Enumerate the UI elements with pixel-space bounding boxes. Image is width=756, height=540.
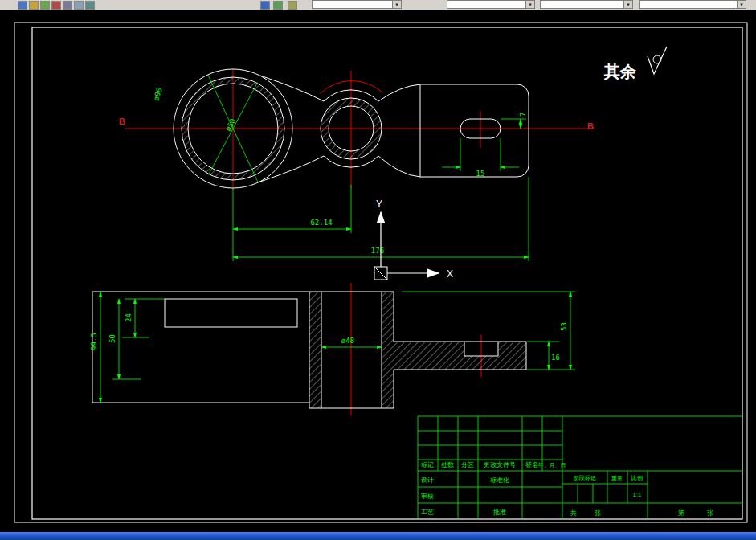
toolbar-linetype-combobox[interactable]: ▾ bbox=[540, 0, 633, 9]
dim-overall-length: 176 bbox=[371, 247, 384, 255]
toolbar-icon-pan[interactable] bbox=[85, 1, 95, 10]
dim-slot-length: 15 bbox=[476, 170, 485, 178]
toolbar-color-combobox[interactable]: ▾ bbox=[447, 0, 535, 9]
dim-boss-diameter: ø96 bbox=[152, 87, 163, 101]
dim-flange-thickness: 16 bbox=[551, 354, 560, 362]
titleblock-rev-sign: 签名 bbox=[525, 461, 538, 468]
titleblock-weight: 重量 bbox=[611, 475, 623, 481]
section-outline bbox=[92, 292, 526, 408]
surface-roughness-note: 其余 bbox=[603, 47, 667, 80]
titleblock-sheet-total-suffix: 张 bbox=[595, 509, 601, 517]
titleblock-approve: 批准 bbox=[493, 509, 506, 516]
dim-right-height: 53 bbox=[560, 322, 568, 331]
dim-slot-offset: 7 bbox=[519, 112, 527, 117]
chevron-down-icon[interactable]: ▾ bbox=[392, 1, 401, 8]
cad-canvas[interactable]: ø96 ø50 62.14 176 15 7 B B Y X bbox=[0, 10, 756, 532]
toolbar-lineweight-combobox[interactable]: ▾ bbox=[639, 0, 746, 9]
chevron-down-icon[interactable]: ▾ bbox=[525, 1, 534, 8]
titleblock-design: 设计 bbox=[421, 477, 434, 484]
chevron-down-icon[interactable]: ▾ bbox=[623, 1, 632, 8]
dim-bore-depth: 50 bbox=[108, 334, 116, 343]
titleblock-stage-mark: 阶段标记 bbox=[574, 475, 596, 481]
toolbar-icon-print[interactable] bbox=[51, 1, 61, 10]
titleblock-sheet-total-prefix: 共 bbox=[570, 509, 577, 517]
dim-bore-diameter: ø50 bbox=[224, 117, 237, 133]
toolbar-icon-layer[interactable] bbox=[260, 1, 270, 10]
titleblock-rev-docno: 更改文件号 bbox=[484, 461, 516, 468]
titleblock-sheet-index-suffix: 张 bbox=[707, 509, 713, 517]
ucs-x-label: X bbox=[447, 268, 453, 280]
titleblock-sheet-index-prefix: 第 bbox=[678, 509, 684, 517]
toolbar-icon-layer-prev[interactable] bbox=[288, 1, 297, 10]
toolbar-icon-new[interactable] bbox=[18, 1, 27, 10]
section-label-left: B bbox=[119, 117, 125, 126]
chevron-down-icon[interactable]: ▾ bbox=[737, 1, 746, 8]
taskbar[interactable] bbox=[0, 532, 756, 540]
titleblock-process: 工艺 bbox=[421, 509, 434, 516]
section-label-right: B bbox=[587, 121, 594, 131]
dim-step-depth: 24 bbox=[125, 313, 133, 322]
toolbar-icon-layer-props[interactable] bbox=[273, 1, 283, 10]
titleblock-rev-zone: 分区 bbox=[461, 461, 474, 468]
roughness-symbol-icon bbox=[648, 47, 667, 74]
dim-mid-bore: ø48 bbox=[341, 337, 354, 345]
titleblock-rev-mark: 标记 bbox=[421, 461, 434, 468]
ucs-y-label: Y bbox=[376, 198, 382, 210]
drawing-frame bbox=[14, 22, 747, 522]
toolbar-icon-open[interactable] bbox=[29, 1, 39, 10]
toolbar-icon-undo[interactable] bbox=[63, 1, 72, 10]
surface-note-text: 其余 bbox=[603, 63, 636, 80]
titleblock-standardization: 标准化 bbox=[490, 477, 509, 484]
toolbar-icon-save[interactable] bbox=[40, 1, 50, 10]
top-view: ø96 ø50 62.14 176 15 7 B B bbox=[119, 68, 595, 261]
titleblock-check: 审核 bbox=[421, 493, 434, 500]
toolbar-icon-redo[interactable] bbox=[74, 1, 84, 10]
titleblock-scale: 比例 bbox=[631, 475, 643, 481]
title-block: 标记 处数 分区 更改文件号 签名 年、月、日 设计 标准化 审核 工艺 批准 … bbox=[418, 416, 742, 519]
toolbar-layer-combobox[interactable]: ▾ bbox=[312, 0, 402, 9]
ucs-icon: Y X bbox=[374, 198, 453, 280]
dim-center-distance: 62.14 bbox=[310, 219, 332, 227]
titleblock-rev-date: 年、月、日 bbox=[538, 462, 566, 468]
titleblock-scale-value: 1:1 bbox=[632, 491, 642, 498]
titleblock-rev-count: 处数 bbox=[441, 461, 454, 468]
dim-total-depth: 99.5 bbox=[90, 333, 98, 350]
section-view: ø48 24 50 99.5 16 53 bbox=[90, 283, 575, 415]
